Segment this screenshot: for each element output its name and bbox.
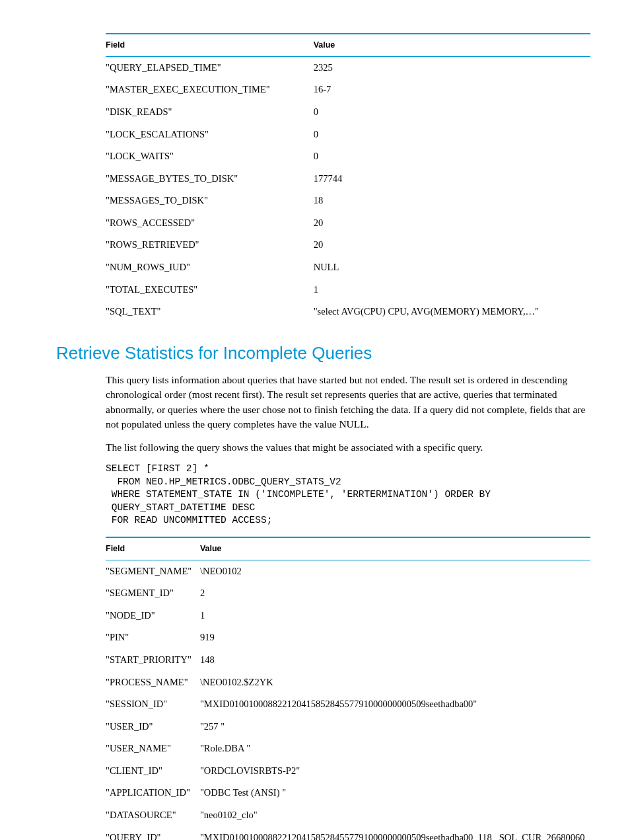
col-header-field: Field: [106, 537, 200, 560]
table-row: "DISK_READS"0: [106, 101, 590, 124]
table-row: "MESSAGES_TO_DISK"18: [106, 190, 590, 212]
col-header-field: Field: [106, 34, 314, 56]
paragraph-1: This query lists information about queri…: [106, 373, 590, 432]
table-row: "DATASOURCE""neo0102_clo": [106, 804, 590, 827]
cell-field: "QUERY_ELAPSED_TIME": [106, 56, 314, 79]
cell-value: "MXID01001000882212041585284557791000000…: [200, 693, 590, 716]
paragraph-2: The list following the query shows the v…: [106, 440, 590, 455]
table-row: "ROWS_RETRIEVED"20: [106, 234, 590, 256]
cell-value: "ORDCLOVISRBTS-P2": [200, 760, 590, 783]
cell-field: "SESSION_ID": [106, 693, 200, 716]
cell-field: "CLIENT_ID": [106, 760, 200, 783]
cell-value: 0: [314, 124, 590, 146]
cell-value: "MXID01001000882212041585284557791000000…: [200, 827, 590, 841]
cell-value: 919: [200, 627, 590, 649]
cell-value: 177744: [314, 168, 590, 190]
table-row: "MESSAGE_BYTES_TO_DISK"177744: [106, 168, 590, 190]
cell-value: 1: [200, 605, 590, 627]
cell-field: "ROWS_ACCESSED": [106, 212, 314, 235]
cell-field: "DISK_READS": [106, 101, 314, 124]
cell-field: "SEGMENT_NAME": [106, 560, 200, 582]
section-heading: Retrieve Statistics for Incomplete Queri…: [56, 342, 590, 365]
cell-field: "USER_NAME": [106, 738, 200, 760]
cell-field: "APPLICATION_ID": [106, 782, 200, 804]
table-row: "PROCESS_NAME"\NEO0102.$Z2YK: [106, 671, 590, 694]
table-row: "USER_NAME""Role.DBA ": [106, 738, 590, 760]
cell-field: "MASTER_EXEC_EXECUTION_TIME": [106, 79, 314, 101]
stats-table-1: Field Value "QUERY_ELAPSED_TIME"2325"MAS…: [106, 33, 590, 323]
cell-value: 20: [314, 212, 590, 235]
cell-value: 2325: [314, 56, 590, 79]
cell-field: "PROCESS_NAME": [106, 671, 200, 694]
table-row: "QUERY_ID""MXID0100100088221204158528455…: [106, 827, 590, 841]
cell-field: "DATASOURCE": [106, 804, 200, 827]
table-row: "CLIENT_ID""ORDCLOVISRBTS-P2": [106, 760, 590, 783]
cell-field: "TOTAL_EXECUTES": [106, 279, 314, 301]
table-row: "PIN"919: [106, 627, 590, 649]
cell-value: 1: [314, 279, 590, 301]
cell-value: "257 ": [200, 716, 590, 738]
cell-value: "Role.DBA ": [200, 738, 590, 760]
table-row: "NODE_ID"1: [106, 605, 590, 627]
cell-value: "neo0102_clo": [200, 804, 590, 827]
stats-table-2: Field Value "SEGMENT_NAME"\NEO0102"SEGME…: [106, 537, 590, 840]
cell-value: 148: [200, 649, 590, 671]
cell-value: "ODBC Test (ANSI) ": [200, 782, 590, 804]
sql-code-block: SELECT [FIRST 2] * FROM NEO.HP_METRICS.O…: [106, 463, 590, 527]
table-row: "SEGMENT_ID"2: [106, 582, 590, 605]
table-row: "QUERY_ELAPSED_TIME"2325: [106, 56, 590, 79]
cell-field: "LOCK_ESCALATIONS": [106, 124, 314, 146]
cell-field: "QUERY_ID": [106, 827, 200, 841]
cell-value: 18: [314, 190, 590, 212]
table-row: "APPLICATION_ID""ODBC Test (ANSI) ": [106, 782, 590, 804]
cell-value: 0: [314, 145, 590, 168]
cell-value: 0: [314, 101, 590, 124]
col-header-value: Value: [314, 34, 590, 56]
table-row: "LOCK_ESCALATIONS"0: [106, 124, 590, 146]
table-row: "SEGMENT_NAME"\NEO0102: [106, 560, 590, 582]
cell-field: "MESSAGES_TO_DISK": [106, 190, 314, 212]
table-row: "START_PRIORITY"148: [106, 649, 590, 671]
cell-field: "LOCK_WAITS": [106, 145, 314, 168]
col-header-value: Value: [200, 537, 590, 560]
cell-value: "select AVG(CPU) CPU, AVG(MEMORY) MEMORY…: [314, 301, 590, 323]
cell-field: "NUM_ROWS_IUD": [106, 256, 314, 279]
cell-field: "ROWS_RETRIEVED": [106, 234, 314, 256]
cell-value: \NEO0102: [200, 560, 590, 582]
cell-field: "PIN": [106, 627, 200, 649]
table-row: "TOTAL_EXECUTES"1: [106, 279, 590, 301]
cell-field: "START_PRIORITY": [106, 649, 200, 671]
cell-field: "USER_ID": [106, 716, 200, 738]
cell-value: \NEO0102.$Z2YK: [200, 671, 590, 694]
table-row: "ROWS_ACCESSED"20: [106, 212, 590, 235]
cell-field: "SQL_TEXT": [106, 301, 314, 323]
table-row: "SQL_TEXT""select AVG(CPU) CPU, AVG(MEMO…: [106, 301, 590, 323]
cell-value: 16-7: [314, 79, 590, 101]
cell-value: 20: [314, 234, 590, 256]
table-row: "SESSION_ID""MXID01001000882212041585284…: [106, 693, 590, 716]
cell-field: "MESSAGE_BYTES_TO_DISK": [106, 168, 314, 190]
cell-field: "NODE_ID": [106, 605, 200, 627]
table-row: "USER_ID""257 ": [106, 716, 590, 738]
cell-value: NULL: [314, 256, 590, 279]
cell-field: "SEGMENT_ID": [106, 582, 200, 605]
table-row: "LOCK_WAITS"0: [106, 145, 590, 168]
table-row: "NUM_ROWS_IUD"NULL: [106, 256, 590, 279]
cell-value: 2: [200, 582, 590, 605]
table-row: "MASTER_EXEC_EXECUTION_TIME"16-7: [106, 79, 590, 101]
